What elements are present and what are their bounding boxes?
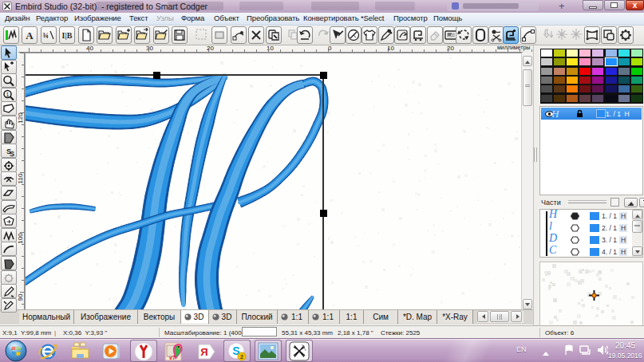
svg-text:Я: Я [200, 346, 207, 358]
svg-text:A: A [26, 30, 34, 41]
svg-text:2: 2 [240, 354, 243, 360]
svg-text:1: 1 [6, 92, 10, 97]
svg-text:v7: v7 [169, 355, 176, 360]
svg-text:I|B: I|B [62, 31, 73, 40]
svg-text:S: S [10, 150, 14, 157]
svg-text:¾: ¾ [42, 31, 49, 40]
